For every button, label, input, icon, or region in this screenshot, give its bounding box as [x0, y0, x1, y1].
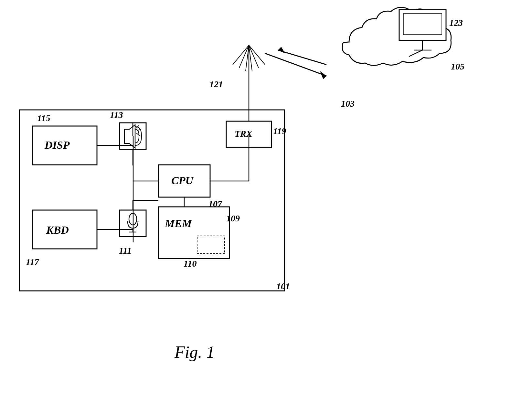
svg-line-7: [136, 133, 140, 136]
trx-label: TRX: [235, 129, 252, 139]
svg-marker-38: [278, 47, 285, 53]
trx-ref: 119: [273, 126, 286, 136]
kbd-label: KBD: [46, 224, 69, 236]
cpu-label: CPU: [171, 175, 193, 187]
mic-ref: 111: [119, 246, 132, 256]
speaker-ref: 113: [110, 110, 123, 120]
cloud-ref: 105: [451, 61, 464, 72]
mem-sub-ref: 110: [184, 259, 197, 269]
svg-line-30: [239, 45, 249, 68]
diagram-svg: [0, 0, 532, 403]
svg-line-34: [249, 45, 265, 65]
antenna-ref: 121: [209, 79, 223, 90]
cpu-ref: 107: [208, 199, 222, 209]
svg-line-37: [278, 50, 326, 65]
diagram: DISP 115 KBD 117 CPU 107 MEM 109 110 113…: [0, 0, 532, 403]
svg-rect-39: [399, 10, 446, 40]
kbd-ref: 117: [26, 257, 39, 267]
svg-rect-40: [403, 14, 442, 35]
svg-line-31: [246, 45, 249, 71]
mem-ref: 109: [226, 213, 240, 224]
svg-rect-8: [120, 210, 146, 237]
svg-line-44: [409, 50, 422, 57]
svg-line-29: [233, 45, 249, 65]
device-box-ref: 101: [276, 281, 290, 292]
mem-label: MEM: [165, 217, 192, 230]
figure-caption: Fig. 1: [175, 343, 215, 362]
svg-line-33: [249, 45, 259, 68]
svg-rect-13: [158, 207, 229, 259]
svg-rect-3: [120, 123, 146, 149]
svg-line-35: [265, 53, 326, 76]
svg-rect-14: [197, 236, 225, 254]
disp-label: DISP: [45, 139, 69, 151]
svg-point-9: [129, 213, 137, 225]
remote-device-ref: 123: [449, 18, 463, 28]
svg-marker-4: [124, 125, 135, 148]
svg-line-5: [136, 125, 139, 128]
svg-marker-36: [320, 71, 326, 79]
disp-ref: 115: [37, 113, 50, 123]
svg-line-6: [137, 129, 141, 131]
network-ref: 103: [341, 99, 355, 109]
svg-line-32: [249, 45, 252, 71]
